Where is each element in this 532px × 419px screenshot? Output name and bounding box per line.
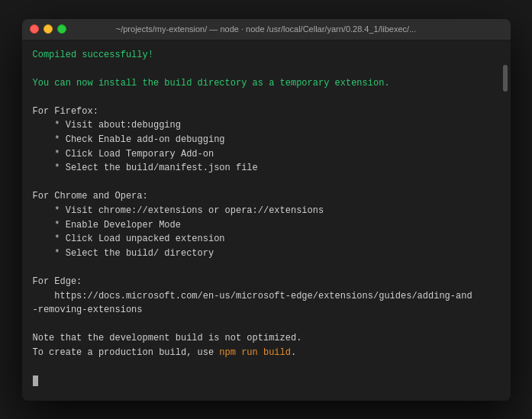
install-line: You can now install the build directory … bbox=[33, 76, 500, 91]
empty-line-3 bbox=[33, 176, 500, 190]
chrome-4: * Select the build/ directory bbox=[33, 247, 500, 261]
npm-command: npm run build bbox=[219, 347, 291, 358]
terminal-window: ~/projects/my-extension/ — node · node /… bbox=[22, 19, 511, 401]
firefox-3: * Click Load Temporary Add-on bbox=[33, 147, 500, 162]
close-button[interactable] bbox=[30, 24, 39, 34]
cursor-line bbox=[33, 374, 500, 388]
titlebar: ~/projects/my-extension/ — node · node /… bbox=[22, 19, 511, 40]
empty-line-6 bbox=[33, 360, 500, 375]
edge-header: For Edge: bbox=[33, 275, 500, 289]
edge-url-2: -removing-extensions bbox=[33, 303, 500, 317]
compiled-line: Compiled successfully! bbox=[33, 48, 500, 63]
chrome-3: * Click Load unpacked extension bbox=[33, 232, 500, 247]
chrome-1: * Visit chrome://extensions or opera://e… bbox=[33, 204, 500, 218]
npm-line: To create a production build, use npm ru… bbox=[33, 346, 500, 360]
chrome-header: For Chrome and Opera: bbox=[33, 189, 500, 204]
chrome-2: * Enable Developer Mode bbox=[33, 218, 500, 233]
empty-line-2 bbox=[33, 90, 500, 105]
firefox-header: For Firefox: bbox=[33, 105, 500, 119]
empty-line-1 bbox=[33, 62, 500, 76]
firefox-4: * Select the build/manifest.json file bbox=[33, 161, 500, 176]
empty-line-5 bbox=[33, 317, 500, 332]
firefox-2: * Check Enable add-on debugging bbox=[33, 133, 500, 147]
note-line: Note that the development build is not o… bbox=[33, 331, 500, 346]
scrollbar-thumb[interactable] bbox=[503, 65, 508, 92]
terminal-cursor bbox=[33, 375, 38, 386]
empty-line-4 bbox=[33, 260, 500, 275]
maximize-button[interactable] bbox=[57, 24, 66, 34]
minimize-button[interactable] bbox=[44, 24, 53, 34]
edge-url-1: https://docs.microsoft.com/en-us/microso… bbox=[33, 289, 500, 304]
firefox-1: * Visit about:debugging bbox=[33, 118, 500, 133]
scrollbar[interactable] bbox=[501, 62, 509, 401]
terminal-body[interactable]: Compiled successfully! You can now insta… bbox=[22, 40, 511, 401]
window-title: ~/projects/my-extension/ — node · node /… bbox=[116, 24, 416, 34]
